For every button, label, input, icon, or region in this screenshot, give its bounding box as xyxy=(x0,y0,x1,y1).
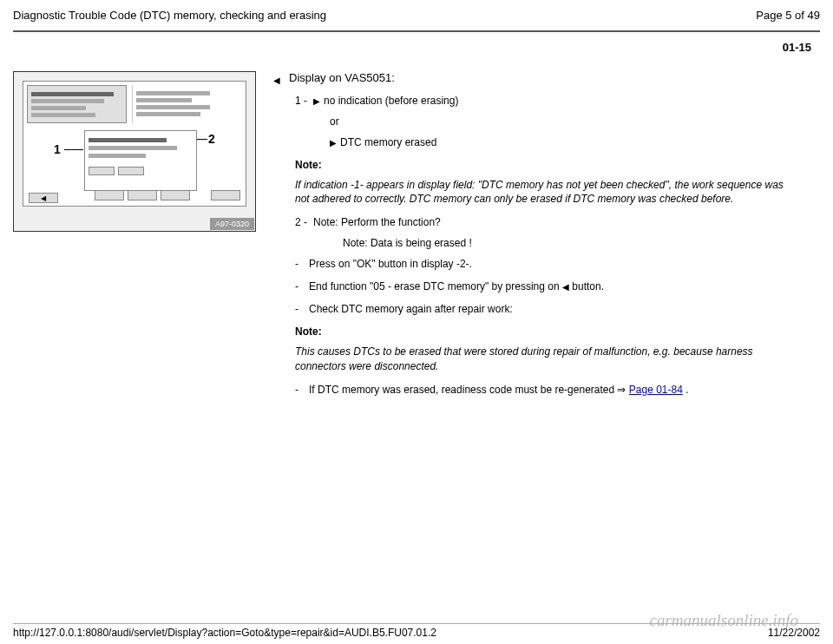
figure-label: A97-0320 xyxy=(210,218,254,230)
note2-text: This causes DTCs to be erased that were … xyxy=(295,345,794,372)
indent-arrow-icon xyxy=(273,71,280,86)
footer-url: http://127.0.0.1:8080/audi/servlet/Displ… xyxy=(13,627,436,639)
item2-sub: Note: Data is being erased ! xyxy=(295,237,794,249)
step-3: Check DTC memory again after repair work… xyxy=(309,303,794,315)
note1-label: Note: xyxy=(295,159,794,171)
footer-date: 11/22/2002 xyxy=(768,627,820,639)
item1-num: 1 - xyxy=(295,95,307,107)
item1-or: or xyxy=(295,115,794,128)
note1-text: If indication -1- appears in display fie… xyxy=(295,178,794,206)
figure-callout-1: 1 xyxy=(54,142,61,156)
step-2: End function "05 - erase DTC memory" by … xyxy=(309,280,794,292)
step-1: Press on "OK" button in display -2-. xyxy=(309,258,794,270)
final-step: If DTC memory was erased, readiness code… xyxy=(309,384,794,396)
item1-alt: DTC memory erased xyxy=(295,136,794,148)
note2-label: Note: xyxy=(295,325,794,338)
figure-callout-2: 2 xyxy=(208,132,215,146)
section-number: 01-15 xyxy=(0,32,833,71)
page-info: Page 5 of 49 xyxy=(756,9,820,22)
dash-icon: - xyxy=(295,280,302,292)
dash-icon: - xyxy=(295,258,302,270)
dash-icon: - xyxy=(295,303,302,315)
back-arrow-icon xyxy=(562,280,569,292)
item2-num: 2 - xyxy=(295,216,307,228)
display-heading: Display on VAS5051: xyxy=(289,71,395,86)
item2-text: Note: Perform the function? xyxy=(313,216,441,228)
dash-icon: - xyxy=(295,384,302,396)
figure-vas5051: 1 2 ◀ A97-0320 xyxy=(13,71,256,232)
item1-text: no indication (before erasing) xyxy=(313,95,458,107)
page-link-01-84[interactable]: Page 01-84 xyxy=(629,384,683,396)
header-title: Diagnostic Trouble Code (DTC) memory, ch… xyxy=(13,9,326,22)
